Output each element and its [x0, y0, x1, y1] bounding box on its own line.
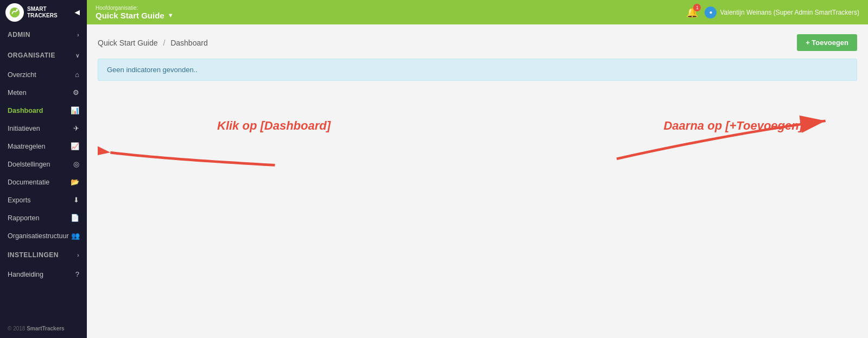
sidebar-admin-header[interactable]: Admin ›: [0, 24, 87, 45]
content-area: Quick Start Guide / Dashboard + Toevoege…: [87, 24, 868, 338]
sidebar-item-meten[interactable]: Meten ⚙: [0, 84, 87, 101]
breadcrumb-part1: Quick Start Guide: [98, 39, 158, 47]
top-nav-right: 🔔 1 ● Valentijn Weinans (Super Admin Sma…: [686, 7, 868, 18]
sidebar-item-handleiding[interactable]: Handleiding ?: [0, 265, 87, 283]
logo-icon: [5, 3, 24, 22]
user-info[interactable]: ● Valentijn Weinans (Super Admin SmartTr…: [705, 7, 859, 18]
trend-icon: 📈: [68, 142, 79, 150]
quick-start-label: Quick Start Guide: [96, 11, 164, 20]
folder-icon: 📂: [68, 178, 79, 186]
home-icon: ⌂: [68, 71, 79, 79]
content-header: Quick Start Guide / Dashboard + Toevoege…: [87, 24, 868, 59]
help-icon: ?: [68, 270, 79, 278]
quick-start-button[interactable]: Quick Start Guide ▼: [96, 11, 174, 20]
logo-text: SMARTTRACKERS: [27, 6, 58, 19]
footer-copyright: © 2018: [8, 326, 27, 331]
download-icon: ⬇: [68, 196, 79, 204]
gear-icon: ⚙: [68, 88, 79, 97]
breadcrumb-top: Hoofdorganisatie: Quick Start Guide ▼: [96, 5, 174, 20]
sidebar-item-label: Initiatieven: [8, 125, 40, 132]
add-button[interactable]: + Toevoegen: [797, 34, 857, 51]
sidebar-item-documentatie[interactable]: Documentatie 📂: [0, 173, 87, 191]
breadcrumb-part2: Dashboard: [170, 39, 208, 47]
svg-point-0: [10, 7, 20, 17]
sidebar-item-label: Exports: [8, 196, 30, 204]
hoofdorg-label: Hoofdorganisatie:: [96, 5, 174, 11]
breadcrumb: Quick Start Guide / Dashboard: [98, 39, 208, 47]
sidebar-footer: © 2018 SmartTrackers: [0, 319, 87, 338]
sidebar-item-dashboard[interactable]: Dashboard 📊: [0, 101, 87, 119]
sidebar-item-overzicht[interactable]: Overzicht ⌂: [0, 66, 87, 84]
report-icon: 📄: [68, 214, 79, 222]
sidebar-item-exports[interactable]: Exports ⬇: [0, 191, 87, 209]
sidebar-item-label: Maatregelen: [8, 143, 46, 150]
notification-badge: 1: [693, 4, 701, 11]
footer-brand: SmartTrackers: [27, 326, 65, 331]
avatar: ●: [705, 7, 717, 18]
chevron-down-icon: ▼: [168, 12, 174, 18]
user-label: Valentijn Weinans (Super Admin SmartTrac…: [720, 9, 859, 16]
sidebar-item-label: Overzicht: [8, 71, 36, 79]
annotation-right-text: Daarna op [+Toevoegen]: [663, 119, 803, 133]
annotation-area: Klik op [Dashboard] Daarna op [+Toevoege…: [98, 92, 857, 327]
sidebar: Admin › Organisatie ∨ Overzicht ⌂ Meten …: [0, 24, 87, 338]
top-nav: SMARTTRACKERS ◄ Hoofdorganisatie: Quick …: [0, 0, 868, 24]
sidebar-item-label: Handleiding: [8, 271, 43, 278]
main-layout: Admin › Organisatie ∨ Overzicht ⌂ Meten …: [0, 24, 868, 338]
rocket-icon: ✈: [68, 124, 79, 132]
sidebar-organisatie-label: Organisatie: [8, 52, 55, 59]
top-nav-left: SMARTTRACKERS ◄: [0, 0, 87, 24]
sidebar-item-label: Dashboard: [8, 107, 43, 114]
collapse-button[interactable]: ◄: [73, 8, 81, 17]
sidebar-item-label: Organisatiestructuur: [8, 232, 69, 240]
sidebar-item-organisatiestructuur[interactable]: Organisatiestructuur 👥: [0, 227, 87, 245]
svg-point-1: [16, 9, 18, 11]
sidebar-item-rapporten[interactable]: Rapporten 📄: [0, 209, 87, 227]
org-icon: 👥: [71, 232, 80, 240]
sidebar-instellingen-label: Instellingen: [8, 251, 59, 259]
logo-area: SMARTTRACKERS: [5, 3, 58, 22]
empty-notice: Geen indicatoren gevonden..: [98, 59, 857, 81]
sidebar-instellingen-header[interactable]: Instellingen ›: [0, 245, 87, 265]
target-icon: ◎: [68, 160, 79, 168]
annotation-left-text: Klik op [Dashboard]: [217, 119, 331, 133]
sidebar-item-label: Doelstellingen: [8, 161, 50, 168]
top-nav-middle: Hoofdorganisatie: Quick Start Guide ▼: [87, 5, 686, 20]
chart-icon: 📊: [68, 106, 79, 114]
notification-bell[interactable]: 🔔 1: [686, 7, 698, 18]
breadcrumb-separator: /: [163, 39, 165, 47]
sidebar-organisatie-header[interactable]: Organisatie ∨: [0, 45, 87, 66]
sidebar-item-initiatieven[interactable]: Initiatieven ✈: [0, 119, 87, 137]
sidebar-item-label: Documentatie: [8, 178, 49, 186]
sidebar-item-maatregelen[interactable]: Maatregelen 📈: [0, 137, 87, 155]
sidebar-item-label: Rapporten: [8, 214, 39, 222]
sidebar-item-doelstellingen[interactable]: Doelstellingen ◎: [0, 155, 87, 173]
sidebar-item-label: Meten: [8, 89, 27, 97]
sidebar-admin-label: Admin: [8, 31, 30, 39]
sidebar-admin-arrow: ›: [77, 32, 79, 38]
chevron-down-icon: ∨: [75, 53, 80, 59]
arrow-right-icon: ›: [77, 252, 79, 258]
